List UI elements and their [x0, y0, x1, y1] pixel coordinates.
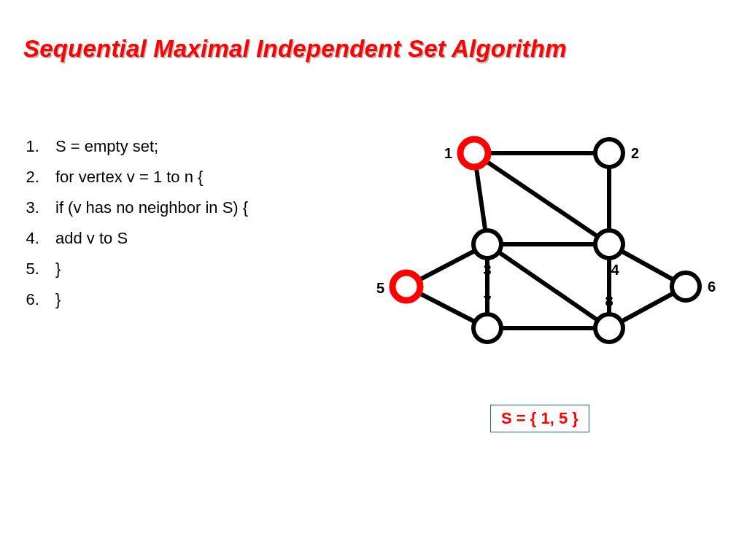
algo-line: } [44, 284, 344, 315]
graph-node-label: 7 [483, 293, 491, 309]
graph-node-label: 6 [708, 279, 716, 295]
algo-line: for vertex v = 1 to n { [44, 162, 344, 192]
graph-diagram: 12345678 [365, 113, 729, 368]
graph-node-label: 1 [444, 145, 452, 161]
graph-node-label: 8 [605, 293, 613, 309]
graph-node-label: 4 [611, 262, 619, 278]
graph-node-selected [392, 273, 420, 300]
slide: Sequential Maximal Independent Set Algor… [0, 0, 747, 560]
graph-edge [487, 244, 609, 328]
algo-line: S = empty set; [44, 131, 344, 162]
graph-node-label: 5 [376, 280, 384, 296]
slide-title: Sequential Maximal Independent Set Algor… [23, 35, 567, 63]
algorithm-listing: S = empty set; for vertex v = 1 to n { i… [23, 131, 344, 315]
graph-node [672, 273, 700, 300]
algorithm-ol: S = empty set; for vertex v = 1 to n { i… [23, 131, 344, 315]
graph-node [595, 230, 623, 258]
graph-node [595, 314, 623, 342]
graph-node [473, 314, 501, 342]
algo-line: add v to S [44, 223, 344, 254]
result-set-box: S = { 1, 5 } [490, 405, 589, 432]
graph-node [595, 139, 623, 167]
graph-node [473, 230, 501, 258]
graph-node-selected [460, 139, 488, 167]
graph-node-label: 2 [631, 145, 639, 161]
graph-node-label: 3 [483, 262, 491, 278]
algo-line: if (v has no neighbor in S) { [44, 192, 344, 223]
algo-line: } [44, 254, 344, 284]
